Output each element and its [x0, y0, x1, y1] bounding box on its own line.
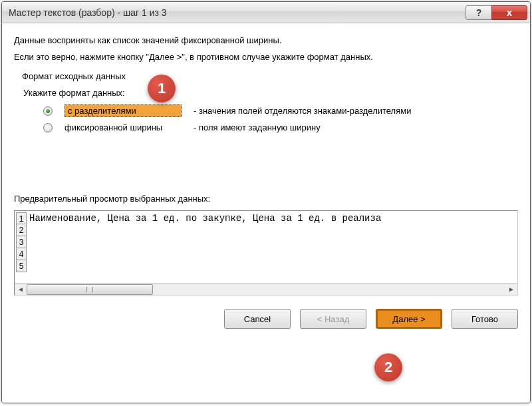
intro-text-1: Данные восприняты как список значений фи…: [14, 35, 518, 45]
scroll-track[interactable]: [27, 284, 505, 295]
preview-row: 1Наименование, Цена за 1 ед. по закупке,…: [16, 212, 381, 224]
cancel-button[interactable]: Cancel: [224, 309, 291, 329]
preview-label: Предварительный просмотр выбранных данны…: [14, 194, 518, 204]
back-button: < Назад: [300, 309, 366, 329]
finish-button[interactable]: Готово: [452, 309, 518, 329]
radio-fixed-label: фиксированной ширины: [65, 122, 182, 132]
row-number: 4: [16, 248, 27, 260]
row-number: 1: [16, 212, 27, 224]
radio-row-fixed[interactable]: фиксированной ширины - поля имеют заданн…: [43, 122, 518, 132]
callout-1: 1: [148, 75, 176, 102]
scroll-right-arrow-icon[interactable]: ►: [505, 284, 517, 295]
row-text: [27, 260, 29, 272]
radio-row-delimited[interactable]: с разделителями - значения полей отделяю…: [43, 104, 518, 117]
button-row: Cancel < Назад Далее > Готово: [14, 309, 518, 329]
titlebar: Мастер текстов (разбор) - шаг 1 из 3 ? x: [2, 2, 530, 23]
intro-text-2: Если это верно, нажмите кнопку "Далее >"…: [14, 52, 518, 62]
radio-fixed-desc: - поля имеют заданную ширину: [194, 122, 321, 132]
preview-rows: 1Наименование, Цена за 1 ед. по закупке,…: [16, 212, 381, 272]
preview-box: 1Наименование, Цена за 1 ед. по закупке,…: [14, 210, 518, 296]
scroll-thumb[interactable]: [27, 284, 153, 295]
callout-2: 2: [374, 353, 402, 381]
help-button[interactable]: ?: [466, 5, 492, 20]
titlebar-buttons: ? x: [466, 5, 527, 20]
preview-row: 5: [16, 260, 381, 272]
next-button[interactable]: Далее >: [376, 309, 442, 329]
radio-delimited-desc: - значения полей отделяются знаками-разд…: [194, 106, 411, 116]
group-label: Формат исходных данных: [22, 71, 518, 81]
preview-row: 4: [16, 248, 381, 260]
row-text: [27, 224, 29, 236]
horizontal-scrollbar[interactable]: ◄ ►: [15, 283, 517, 295]
row-text: Наименование, Цена за 1 ед. по закупке, …: [27, 212, 381, 224]
close-button[interactable]: x: [491, 5, 527, 20]
row-text: [27, 248, 29, 260]
radio-delimited[interactable]: [43, 106, 53, 116]
row-number: 3: [16, 236, 27, 248]
preview-row: 3: [16, 236, 381, 248]
radio-fixed[interactable]: [43, 123, 53, 132]
radio-delimited-label: с разделителями: [65, 104, 182, 117]
row-number: 5: [16, 260, 27, 272]
dialog-window: Мастер текстов (разбор) - шаг 1 из 3 ? x…: [1, 1, 531, 403]
window-title: Мастер текстов (разбор) - шаг 1 из 3: [9, 7, 466, 18]
preview-row: 2: [16, 224, 381, 236]
scroll-left-arrow-icon[interactable]: ◄: [15, 284, 27, 295]
row-text: [27, 236, 29, 248]
dialog-content: Данные восприняты как список значений фи…: [2, 23, 530, 403]
row-number: 2: [16, 224, 27, 236]
radios-label: Укажите формат данных:: [23, 88, 518, 98]
